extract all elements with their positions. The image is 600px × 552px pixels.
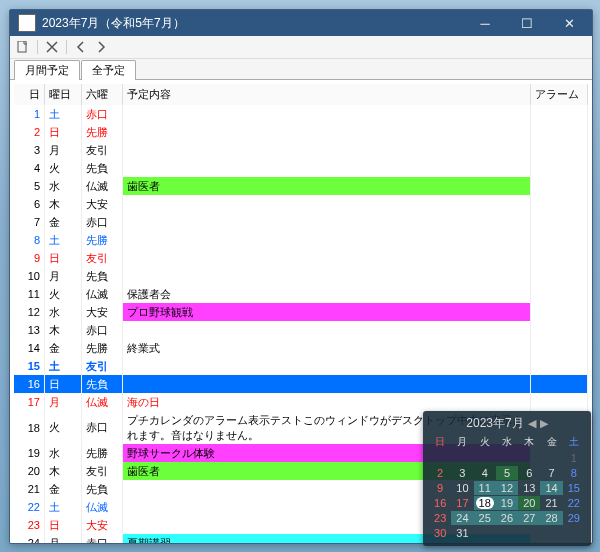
mini-day[interactable]: 10 [451, 481, 473, 495]
close-button[interactable]: ✕ [548, 11, 590, 35]
mini-day[interactable]: 9 [429, 481, 451, 495]
mini-day[interactable]: 15 [563, 481, 585, 495]
mini-day[interactable]: 31 [451, 526, 473, 540]
table-row[interactable]: 2日先勝 [14, 123, 588, 141]
mini-day[interactable]: 25 [474, 511, 496, 525]
mini-day[interactable]: 5 [496, 466, 518, 480]
mini-day[interactable] [540, 451, 562, 465]
mini-day[interactable]: 24 [451, 511, 473, 525]
mini-day[interactable]: 2 [429, 466, 451, 480]
mini-day[interactable]: 8 [563, 466, 585, 480]
col-rokuyo[interactable]: 六曜 [82, 84, 123, 105]
cell-event[interactable] [123, 375, 531, 393]
mini-day[interactable]: 16 [429, 496, 451, 510]
table-row[interactable]: 5水仏滅歯医者 [14, 177, 588, 195]
table-row[interactable]: 17月仏滅海の日 [14, 393, 588, 411]
table-row[interactable]: 12水大安プロ野球観戦 [14, 303, 588, 321]
mini-day[interactable]: 3 [451, 466, 473, 480]
mini-day[interactable]: 11 [474, 481, 496, 495]
col-day[interactable]: 日 [14, 84, 45, 105]
cell-event[interactable] [123, 267, 531, 285]
table-row[interactable]: 15土友引 [14, 357, 588, 375]
table-row[interactable]: 6木大安 [14, 195, 588, 213]
cell-event[interactable]: 終業式 [123, 339, 531, 357]
cell-event[interactable] [123, 141, 531, 159]
table-row[interactable]: 7金赤口 [14, 213, 588, 231]
mini-day[interactable]: 22 [563, 496, 585, 510]
table-row[interactable]: 4火先負 [14, 159, 588, 177]
mini-next-icon[interactable]: ▶ [540, 417, 548, 430]
next-icon[interactable] [92, 38, 110, 56]
mini-day[interactable]: 29 [563, 511, 585, 525]
cell-alarm [531, 249, 588, 267]
col-event[interactable]: 予定内容 [123, 84, 531, 105]
table-row[interactable]: 9日友引 [14, 249, 588, 267]
cell-event[interactable]: 歯医者 [123, 177, 531, 195]
cell-weekday: 火 [45, 159, 82, 177]
tab-all[interactable]: 全予定 [81, 60, 136, 80]
titlebar[interactable]: 2023年7月（令和5年7月） ─ ☐ ✕ [10, 10, 592, 36]
cell-event[interactable] [123, 357, 531, 375]
mini-day[interactable] [540, 526, 562, 540]
cell-event[interactable]: プロ野球観戦 [123, 303, 531, 321]
mini-day[interactable]: 17 [451, 496, 473, 510]
mini-day[interactable]: 30 [429, 526, 451, 540]
table-row[interactable]: 8土先勝 [14, 231, 588, 249]
table-row[interactable]: 11火仏滅保護者会 [14, 285, 588, 303]
col-weekday[interactable]: 曜日 [45, 84, 82, 105]
table-row[interactable]: 3月友引 [14, 141, 588, 159]
table-row[interactable]: 1土赤口 [14, 105, 588, 123]
mini-day[interactable]: 14 [540, 481, 562, 495]
mini-day[interactable]: 13 [518, 481, 540, 495]
maximize-button[interactable]: ☐ [506, 11, 548, 35]
mini-day[interactable]: 21 [540, 496, 562, 510]
mini-day[interactable]: 28 [540, 511, 562, 525]
mini-day[interactable] [429, 451, 451, 465]
cell-event[interactable] [123, 195, 531, 213]
table-row[interactable]: 14金先勝終業式 [14, 339, 588, 357]
mini-day[interactable]: 12 [496, 481, 518, 495]
mini-prev-icon[interactable]: ◀ [528, 417, 536, 430]
mini-day[interactable]: 6 [518, 466, 540, 480]
table-row[interactable]: 16日先負 [14, 375, 588, 393]
cell-event[interactable] [123, 231, 531, 249]
mini-day[interactable]: 18 [474, 496, 496, 510]
mini-day[interactable]: 19 [496, 496, 518, 510]
new-icon[interactable] [14, 38, 32, 56]
cell-event[interactable]: 海の日 [123, 393, 531, 411]
cell-rokuyo: 仏滅 [82, 177, 123, 195]
mini-day[interactable] [451, 451, 473, 465]
mini-day[interactable]: 26 [496, 511, 518, 525]
mini-day[interactable]: 7 [540, 466, 562, 480]
cell-event[interactable] [123, 123, 531, 141]
mini-day[interactable]: 20 [518, 496, 540, 510]
mini-day[interactable] [563, 526, 585, 540]
cell-event[interactable] [123, 159, 531, 177]
delete-icon[interactable] [43, 38, 61, 56]
tab-monthly[interactable]: 月間予定 [14, 60, 80, 80]
mini-day[interactable] [496, 451, 518, 465]
mini-day[interactable] [496, 526, 518, 540]
cell-event[interactable] [123, 249, 531, 267]
cell-rokuyo: 仏滅 [82, 498, 123, 516]
cell-event[interactable]: 保護者会 [123, 285, 531, 303]
cell-weekday: 木 [45, 462, 82, 480]
minimize-button[interactable]: ─ [464, 11, 506, 35]
cell-event[interactable] [123, 105, 531, 123]
table-row[interactable]: 10月先負 [14, 267, 588, 285]
col-alarm[interactable]: アラーム [531, 84, 588, 105]
mini-day[interactable]: 1 [563, 451, 585, 465]
mini-day[interactable]: 4 [474, 466, 496, 480]
prev-icon[interactable] [72, 38, 90, 56]
mini-calendar[interactable]: 2023年7月 ◀ ▶ 日月火水木金土123456789101112131415… [423, 411, 591, 546]
table-row[interactable]: 13木赤口 [14, 321, 588, 339]
mini-day[interactable]: 23 [429, 511, 451, 525]
mini-day[interactable] [474, 526, 496, 540]
cell-rokuyo: 仏滅 [82, 393, 123, 411]
cell-event[interactable] [123, 321, 531, 339]
mini-day[interactable]: 27 [518, 511, 540, 525]
mini-day[interactable] [474, 451, 496, 465]
cell-event[interactable] [123, 213, 531, 231]
mini-day[interactable] [518, 526, 540, 540]
mini-day[interactable] [518, 451, 540, 465]
